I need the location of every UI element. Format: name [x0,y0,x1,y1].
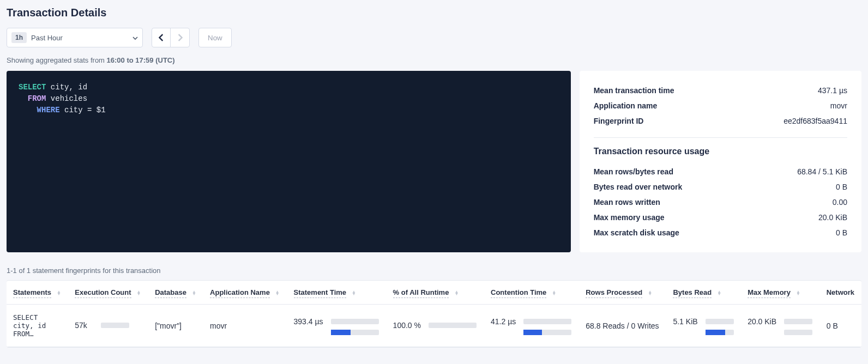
col-stmt-time[interactable]: Statement Time▲▼ [287,281,387,305]
time-range-badge: 1h [11,32,27,43]
sort-icon: ▲▼ [352,291,356,295]
statements-table-card: Statements▲▼ Execution Count▲▼ Database▲… [7,280,861,348]
cell-database: ["movr"] [148,305,203,347]
sort-icon: ▲▼ [796,291,800,295]
col-network[interactable]: Network [820,281,861,305]
bar-contention-2 [523,330,571,335]
col-pct-runtime[interactable]: % of All Runtime▲▼ [387,281,484,305]
fingerprint-count: 1-1 of 1 statement fingerprints for this… [7,266,861,275]
summary-card: Mean transaction time 437.1 µs Applicati… [580,71,861,252]
sort-icon: ▲▼ [717,291,721,295]
col-statements[interactable]: Statements▲▼ [7,281,68,305]
cell-rows-processed: 68.8 Reads / 0 Writes [579,305,666,347]
cell-statement[interactable]: SELECT city, id FROM… [7,305,68,347]
kv-mean-txn-time: Mean transaction time 437.1 µs [594,83,847,98]
cell-max-memory: 20.0 KiB [741,305,820,347]
time-prev-button[interactable] [152,28,171,47]
chevron-left-icon [159,34,164,41]
col-app-name[interactable]: Application Name▲▼ [203,281,287,305]
cell-exec-count: 57k [68,305,148,347]
chevron-right-icon [177,34,183,41]
cell-app-name: movr [203,305,287,347]
bar-pct-runtime [429,323,477,328]
col-contention[interactable]: Contention Time▲▼ [484,281,579,305]
cell-network: 0 B [820,305,861,347]
bar-exec-count [101,323,129,328]
kv-max-scratch: Max scratch disk usage 0 B [594,225,847,240]
bar-stmt-time [331,319,379,324]
bar-max-memory-2 [784,330,812,335]
table-row: SELECT city, id FROM… 57k ["movr"] movr … [7,305,861,347]
cell-contention: 41.2 µs [484,305,579,347]
kv-fingerprint-id: Fingerprint ID ee2df683f5aa9411 [594,113,847,129]
sql-statement-box: SELECT city, id FROM vehicles WHERE city… [7,71,571,252]
page-title: Transaction Details [7,7,861,19]
bar-stmt-time-2 [331,330,379,335]
cell-bytes-read: 5.1 KiB [666,305,741,347]
bar-bytes-read [706,319,734,324]
time-range-picker[interactable]: 1h Past Hour [7,28,143,47]
sort-icon: ▲▼ [137,291,141,295]
sort-icon: ▲▼ [192,291,196,295]
sort-icon: ▲▼ [648,291,652,295]
col-max-memory[interactable]: Max Memory▲▼ [741,281,820,305]
col-rows-processed[interactable]: Rows Processed▲▼ [579,281,666,305]
col-bytes-read[interactable]: Bytes Read▲▼ [666,281,741,305]
col-exec-count[interactable]: Execution Count▲▼ [68,281,148,305]
sort-icon: ▲▼ [57,291,61,295]
statements-table: Statements▲▼ Execution Count▲▼ Database▲… [7,281,861,347]
now-button: Now [198,28,232,47]
time-nav-group [152,28,190,47]
kv-rows-bytes-read: Mean rows/bytes read 68.84 / 5.1 KiB [594,164,847,179]
bar-contention [523,319,571,324]
bar-max-memory [784,319,812,324]
kv-max-mem: Max memory usage 20.0 KiB [594,210,847,225]
bar-bytes-read-2 [706,330,734,335]
divider [594,137,847,138]
time-next-button [171,28,189,47]
sort-icon: ▲▼ [454,291,459,295]
kv-rows-written: Mean rows written 0.00 [594,195,847,210]
kv-bytes-network: Bytes read over network 0 B [594,179,847,195]
controls-row: 1h Past Hour Now [7,28,861,47]
cell-pct-runtime: 100.0 % [387,305,484,347]
cell-stmt-time: 393.4 µs [287,305,387,347]
chevron-down-icon [132,34,138,41]
sort-icon: ▲▼ [552,291,556,295]
resource-usage-heading: Transaction resource usage [594,147,847,156]
col-database[interactable]: Database▲▼ [148,281,203,305]
time-range-label: Past Hour [31,34,132,42]
sort-icon: ▲▼ [275,291,280,295]
kv-app-name: Application name movr [594,98,847,113]
aggregation-info: Showing aggregated stats from 16:00 to 1… [7,56,861,64]
